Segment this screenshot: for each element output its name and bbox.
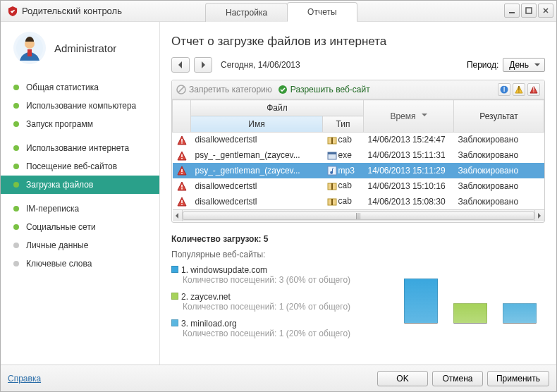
apply-button[interactable]: Применить <box>487 371 549 386</box>
prev-day-button[interactable] <box>171 57 190 73</box>
cancel-button[interactable]: Отмена <box>432 371 483 386</box>
svg-text:i: i <box>503 85 506 94</box>
avatar <box>13 32 46 64</box>
chart-bar <box>453 303 487 324</box>
next-day-button[interactable] <box>194 57 212 73</box>
svg-rect-27 <box>181 204 183 205</box>
sidebar-item-5[interactable]: Загрузка файлов <box>1 176 159 194</box>
titlebar: Родительский контроль Настройка Отчеты <box>1 1 556 22</box>
close-button[interactable] <box>538 4 553 18</box>
table-row[interactable]: psy_-_gentleman_(zaycev...mp314/06/2013 … <box>173 163 544 178</box>
cell-type: exe <box>323 147 364 163</box>
sidebar-item-label: Запуск программ <box>26 119 93 129</box>
page-title: Отчет о загрузке файлов из интернета <box>171 35 545 49</box>
tab-settings[interactable]: Настройка <box>205 3 288 22</box>
minimize-button[interactable] <box>504 4 520 18</box>
maximize-button[interactable] <box>521 4 537 18</box>
cell-name: disallowedcertstl <box>191 133 323 148</box>
status-dot <box>13 206 19 212</box>
chart-bar <box>503 303 537 324</box>
warning-red-button[interactable]: ! <box>527 83 540 96</box>
col-time[interactable]: Время <box>364 100 454 133</box>
filetype-icon <box>327 135 337 145</box>
cell-name: disallowedcertstl <box>191 178 323 194</box>
svg-rect-19 <box>181 169 183 172</box>
deny-category-button[interactable]: Запретить категорию <box>176 85 272 94</box>
cell-result: Заблокировано <box>454 178 544 194</box>
cell-time: 14/06/2013 15:11:29 <box>364 163 454 178</box>
sidebar-item-4[interactable]: Посещение веб-сайтов <box>1 157 159 176</box>
date-nav: Сегодня, 14/06/2013 Период: День <box>171 57 545 73</box>
cell-type: cab <box>323 133 364 148</box>
cell-name: disallowedcertstl <box>191 194 323 209</box>
deny-icon <box>176 85 186 94</box>
sidebar-item-label: Общая статистика <box>26 82 99 92</box>
table-row[interactable]: disallowedcertstlcab14/06/2013 15:10:16З… <box>173 178 544 194</box>
help-link[interactable]: Справка <box>8 374 41 384</box>
table-row[interactable]: disallowedcertstlcab14/06/2013 15:08:30З… <box>173 194 544 209</box>
warning-icon <box>177 135 187 145</box>
user-name: Administrator <box>54 42 116 54</box>
table-row[interactable]: psy_-_gentleman_(zaycev...exe14/06/2013 … <box>173 147 544 163</box>
sidebar-item-8[interactable]: Личные данные <box>1 236 159 255</box>
svg-rect-15 <box>181 154 183 157</box>
horizontal-scrollbar[interactable]: ||| <box>173 209 544 221</box>
warning-icon <box>177 197 187 207</box>
svg-rect-4 <box>27 49 32 56</box>
sidebar-item-label: Посещение веб-сайтов <box>26 161 117 171</box>
svg-rect-18 <box>328 152 336 154</box>
cell-result: Заблокировано <box>454 194 544 209</box>
sidebar-item-9[interactable]: Ключевые слова <box>1 255 159 273</box>
svg-rect-23 <box>181 188 183 190</box>
status-dot <box>13 85 19 90</box>
tab-reports[interactable]: Отчеты <box>287 2 357 22</box>
download-count: Количество загрузок: 5 <box>171 234 545 244</box>
tabs: Настройка Отчеты <box>205 1 357 22</box>
sidebar-item-6[interactable]: IM-переписка <box>1 200 159 218</box>
status-dot <box>13 182 19 188</box>
sidebar-item-label: Ключевые слова <box>26 259 92 269</box>
status-dot <box>13 121 19 127</box>
legend-swatch <box>171 319 178 326</box>
cell-name: psy_-_gentleman_(zaycev... <box>191 147 323 163</box>
period-dropdown[interactable]: День <box>503 58 545 72</box>
sidebar-item-label: Социальные сети <box>26 222 96 232</box>
period-label: Период: <box>467 60 498 70</box>
allow-label: Разрешить веб-сайт <box>290 85 370 94</box>
scroll-left-icon[interactable] <box>173 210 183 221</box>
sidebar-item-1[interactable]: Использование компьютера <box>1 97 159 115</box>
svg-rect-29 <box>331 199 333 205</box>
warning-yellow-button[interactable]: ! <box>513 83 525 96</box>
status-dot <box>13 164 19 169</box>
sort-desc-icon <box>422 114 427 119</box>
scroll-right-icon[interactable] <box>534 210 544 221</box>
warning-icon <box>177 166 187 176</box>
allow-site-button[interactable]: Разрешить веб-сайт <box>278 85 370 94</box>
sidebar-item-3[interactable]: Использование интернета <box>1 139 159 157</box>
sidebar-item-2[interactable]: Запуск программ <box>1 115 159 133</box>
info-button[interactable]: i <box>498 83 510 96</box>
cell-type: mp3 <box>323 163 364 178</box>
cell-time: 14/06/2013 15:24:47 <box>364 133 454 148</box>
table-row[interactable]: disallowedcertstlcab14/06/2013 15:24:47З… <box>173 133 544 148</box>
app-title: Родительский контроль <box>22 6 122 16</box>
status-dot <box>13 261 19 267</box>
col-name[interactable]: Имя <box>191 116 323 133</box>
status-dot <box>13 224 19 230</box>
deny-label: Запретить категорию <box>189 85 272 94</box>
sidebar-item-0[interactable]: Общая статистика <box>1 78 159 97</box>
app-icon <box>8 6 18 16</box>
svg-rect-25 <box>331 183 333 190</box>
ok-button[interactable]: OK <box>377 371 428 386</box>
svg-rect-20 <box>181 173 183 174</box>
svg-rect-0 <box>509 12 515 13</box>
col-group-file[interactable]: Файл <box>191 100 364 116</box>
col-icon[interactable] <box>173 100 191 133</box>
col-result[interactable]: Результат <box>454 100 544 133</box>
allow-icon <box>278 85 288 94</box>
body: Administrator Общая статистикаИспользова… <box>1 22 556 365</box>
col-type[interactable]: Тип <box>323 116 364 133</box>
sidebar-item-7[interactable]: Социальные сети <box>1 218 159 236</box>
scroll-thumb[interactable]: ||| <box>183 212 534 220</box>
svg-rect-26 <box>181 200 183 203</box>
